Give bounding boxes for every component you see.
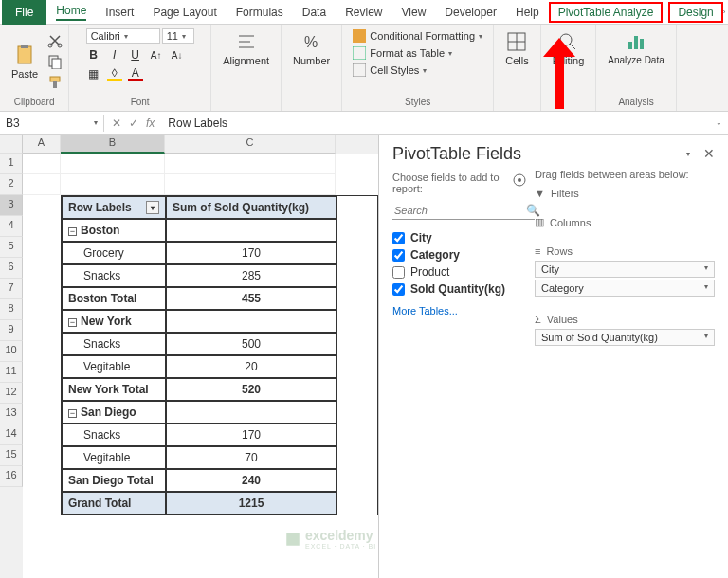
border-button[interactable]: ▦ <box>86 66 101 81</box>
formula-input[interactable]: Row Labels <box>162 115 710 132</box>
checkbox[interactable] <box>392 266 405 279</box>
format-painter-icon[interactable] <box>47 75 63 90</box>
cut-icon[interactable] <box>47 33 63 48</box>
decrease-font-icon[interactable]: A↓ <box>170 47 185 63</box>
row-header[interactable]: 1 <box>0 154 23 174</box>
filters-area[interactable]: ▼Filters <box>535 188 715 199</box>
pivot-value-cell[interactable] <box>166 219 337 242</box>
alignment-button[interactable]: Alignment <box>217 28 275 68</box>
copy-icon[interactable] <box>47 54 63 69</box>
tab-help[interactable]: Help <box>506 2 549 23</box>
pivot-group[interactable]: −San Diego <box>62 401 166 424</box>
tab-review[interactable]: Review <box>336 2 391 23</box>
pivot-item[interactable]: Grocery <box>62 242 166 264</box>
row-header[interactable]: 5 <box>0 237 23 258</box>
chevron-right-icon[interactable]: › <box>723 8 726 16</box>
tab-design[interactable]: Design <box>668 2 722 23</box>
worksheet[interactable]: 1 2 3 4 5 6 7 8 9 10 11 12 13 14 15 16 A… <box>0 135 379 578</box>
pivot-value-cell[interactable] <box>166 401 337 424</box>
row-header[interactable]: 8 <box>0 299 23 320</box>
tab-view[interactable]: View <box>392 2 436 23</box>
pivot-group[interactable]: −Boston <box>62 219 166 242</box>
rows-item[interactable]: Category▾ <box>535 280 715 297</box>
tab-data[interactable]: Data <box>293 2 336 23</box>
font-size-select[interactable]: 11▾ <box>162 28 194 44</box>
pivot-row-labels-header[interactable]: Row Labels▾ <box>62 196 166 219</box>
name-box[interactable]: B3▾ <box>0 115 104 132</box>
fx-icon[interactable]: fx <box>146 117 155 130</box>
values-area[interactable]: ΣValues Sum of Sold Quantity(kg)▾ <box>535 314 715 346</box>
pane-dropdown-icon[interactable]: ▾ <box>686 150 690 158</box>
filter-dropdown-icon[interactable]: ▾ <box>146 201 159 214</box>
enter-icon[interactable]: ✓ <box>129 117 138 130</box>
row-header[interactable]: 3 <box>0 195 23 216</box>
values-item[interactable]: Sum of Sold Quantity(kg)▾ <box>535 329 715 346</box>
expand-fbar-icon[interactable]: ⌄ <box>710 118 728 127</box>
pivot-value-cell[interactable]: 20 <box>166 355 337 378</box>
pivot-subtotal[interactable]: New York Total <box>62 378 166 401</box>
underline-button[interactable]: U <box>128 47 143 63</box>
close-icon[interactable]: ✕ <box>703 146 715 161</box>
font-name-select[interactable]: Calibri▾ <box>86 28 160 44</box>
paste-button[interactable]: Paste <box>6 42 44 81</box>
conditional-formatting-button[interactable]: Conditional Formatting▾ <box>351 28 484 44</box>
collapse-icon[interactable]: − <box>68 227 77 236</box>
pivot-subtotal[interactable]: San Diego Total <box>62 469 166 492</box>
checkbox[interactable] <box>392 232 405 244</box>
format-as-table-button[interactable]: Format as Table▾ <box>351 45 484 61</box>
pivot-item[interactable]: Snacks <box>62 333 166 355</box>
gear-icon[interactable] <box>510 171 529 190</box>
font-color-button[interactable]: A <box>128 66 143 81</box>
row-header[interactable]: 4 <box>0 216 23 237</box>
col-header[interactable]: C <box>165 135 336 154</box>
pivot-value-cell[interactable]: 500 <box>166 333 337 355</box>
collapse-icon[interactable]: − <box>68 409 77 418</box>
fill-color-button[interactable]: ◊ <box>107 66 122 81</box>
pivot-item[interactable]: Vegitable <box>62 446 166 469</box>
tab-file[interactable]: File <box>2 0 46 25</box>
pivot-table[interactable]: Row Labels▾ Sum of Sold Quantity(kg) −Bo… <box>61 195 378 515</box>
rows-area[interactable]: ≡Rows City▾ Category▾ <box>535 245 715 297</box>
pivot-value-cell[interactable]: 170 <box>166 424 337 446</box>
pivot-item[interactable]: Snacks <box>62 264 166 287</box>
row-header[interactable]: 9 <box>0 320 23 341</box>
tab-developer[interactable]: Developer <box>435 2 506 23</box>
row-header[interactable]: 11 <box>0 362 23 383</box>
columns-area[interactable]: ▥Columns <box>535 216 715 228</box>
pivot-subtotal[interactable]: Boston Total <box>62 287 166 310</box>
pivot-value-cell[interactable]: 1215 <box>166 492 337 515</box>
row-header[interactable]: 10 <box>0 341 23 362</box>
pivot-value-cell[interactable]: 455 <box>166 287 337 310</box>
analyze-data-button[interactable]: Analyze Data <box>602 28 669 67</box>
italic-button[interactable]: I <box>107 47 122 63</box>
col-header[interactable]: A <box>23 135 61 154</box>
editing-button[interactable]: Editing <box>547 28 591 68</box>
cell-styles-button[interactable]: Cell Styles▾ <box>351 63 484 78</box>
row-header[interactable]: 2 <box>0 174 23 195</box>
pivot-value-cell[interactable]: 170 <box>166 242 337 264</box>
field-search[interactable]: 🔍 <box>392 202 535 220</box>
collapse-icon[interactable]: − <box>68 318 77 327</box>
tab-formulas[interactable]: Formulas <box>227 2 293 23</box>
pivot-value-cell[interactable]: 285 <box>166 264 337 287</box>
checkbox[interactable] <box>392 283 405 296</box>
tab-home[interactable]: Home <box>46 0 96 25</box>
pivot-grand-total[interactable]: Grand Total <box>62 492 166 515</box>
pivot-value-cell[interactable] <box>166 310 337 333</box>
tab-page-layout[interactable]: Page Layout <box>143 2 226 23</box>
pivot-item[interactable]: Vegitable <box>62 355 166 378</box>
search-input[interactable] <box>394 204 526 217</box>
row-header[interactable]: 14 <box>0 424 23 445</box>
bold-button[interactable]: B <box>86 47 101 63</box>
pivot-value-cell[interactable]: 70 <box>166 446 337 469</box>
row-header[interactable]: 13 <box>0 404 23 424</box>
pivot-value-cell[interactable]: 520 <box>166 378 337 401</box>
increase-font-icon[interactable]: A↑ <box>149 47 164 63</box>
rows-item[interactable]: City▾ <box>535 261 715 278</box>
cancel-icon[interactable]: ✕ <box>112 117 121 130</box>
row-header[interactable]: 12 <box>0 383 23 404</box>
row-header[interactable]: 15 <box>0 445 23 466</box>
pivot-value-cell[interactable]: 240 <box>166 469 337 492</box>
cells-button[interactable]: Cells <box>500 28 534 68</box>
tab-insert[interactable]: Insert <box>96 2 143 23</box>
